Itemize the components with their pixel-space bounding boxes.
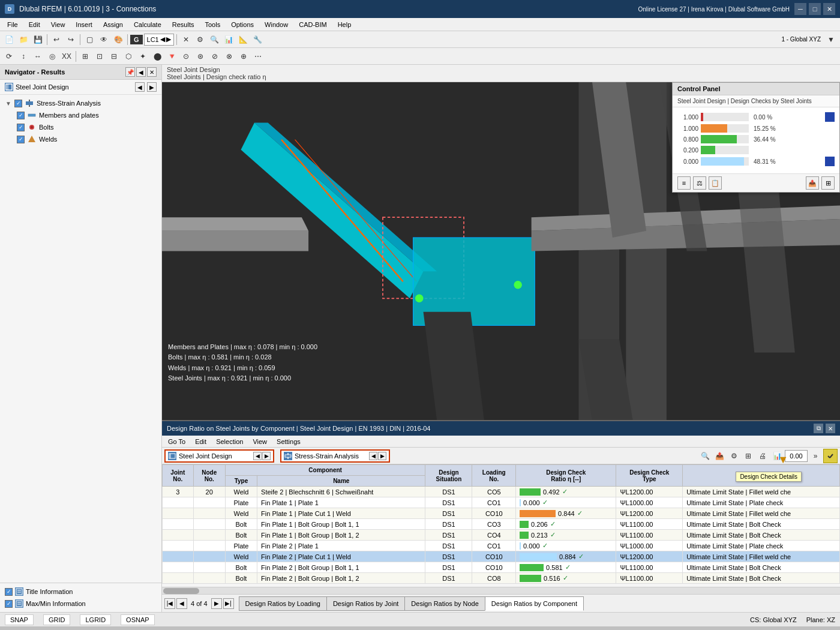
bp-design-check-btn[interactable] (823, 449, 838, 463)
tb2-btn2[interactable]: ↕ (17, 50, 30, 63)
tb2-btn5[interactable]: ⊞ (79, 50, 92, 63)
nav-maxmin-checkbox[interactable]: ✓ (5, 600, 13, 608)
tb2-btn13[interactable]: ⊛ (194, 50, 207, 63)
table-row[interactable]: 3 20 Weld Steife 2 | Blechschnitt 6 | Sc… (163, 487, 840, 497)
bp-tb-zoom[interactable]: ⊞ (742, 449, 755, 463)
tb2-btn16[interactable]: ⊕ (237, 50, 250, 63)
bp-dropdown-2[interactable]: Stress-Strain Analysis ◀ ▶ (280, 449, 390, 463)
tb2-btn11[interactable]: 🔻 (165, 50, 178, 63)
tb2-btn14[interactable]: ⊘ (208, 50, 221, 63)
menu-file[interactable]: File (2, 20, 23, 29)
nav-next-button[interactable]: ▶ (147, 82, 157, 92)
nav-prev-button[interactable]: ◀ (135, 82, 145, 92)
view-selector-down[interactable]: ▼ (824, 33, 838, 46)
tree-item-bolts[interactable]: ✓ Bolts (0, 121, 161, 133)
nav-title-info[interactable]: ✓ Title Information (5, 586, 157, 598)
bp-dd1-next[interactable]: ▶ (262, 452, 271, 460)
menu-insert[interactable]: Insert (71, 20, 97, 29)
bp-tb-export[interactable]: 📤 (713, 449, 726, 463)
tb-btn-x2[interactable]: ⚙ (194, 33, 207, 46)
tree-checkbox-welds[interactable]: ✓ (17, 136, 25, 143)
bp-tb-filter[interactable]: 🔍 (698, 449, 712, 463)
tb2-btn8[interactable]: ⬡ (122, 50, 135, 63)
status-osnap[interactable]: OSNAP (121, 614, 155, 625)
tb2-btn7[interactable]: ⊟ (107, 50, 121, 63)
bp-menu-edit[interactable]: Edit (191, 437, 210, 446)
horizontal-scrollbar[interactable] (162, 587, 840, 594)
status-snap[interactable]: SNAP (5, 614, 34, 625)
status-grid[interactable]: GRID (43, 614, 71, 625)
view-button[interactable]: 👁 (97, 33, 110, 46)
table-row[interactable]: Bolt Fin Plate 2 | Bolt Group | Bolt 1, … (163, 573, 840, 584)
bp-menu-goto[interactable]: Go To (164, 437, 189, 446)
nav-pin-button[interactable]: 📌 (125, 67, 135, 77)
cp-btn-1[interactable]: ≡ (677, 176, 691, 190)
bp-dd2-prev[interactable]: ◀ (369, 452, 377, 460)
menu-cadbim[interactable]: CAD-BIM (294, 20, 331, 29)
tb-btn-x3[interactable]: 🔍 (208, 33, 221, 46)
tb2-btn12[interactable]: ⊙ (179, 50, 193, 63)
tree-checkbox-members[interactable]: ✓ (17, 112, 25, 119)
tb2-xx[interactable]: XX (60, 50, 73, 63)
menu-edit[interactable]: Edit (24, 20, 45, 29)
bp-dd1-prev[interactable]: ◀ (253, 452, 262, 460)
minimize-button[interactable]: ─ (794, 3, 806, 15)
lc-arrow-next[interactable]: ▶ (166, 35, 171, 43)
bp-dropdown-1[interactable]: Steel Joint Design ◀ ▶ (164, 449, 274, 463)
maximize-button[interactable]: □ (809, 3, 821, 15)
bp-dd2-next[interactable]: ▶ (378, 452, 386, 460)
nav-collapse-button[interactable]: ◀ (136, 67, 146, 77)
tree-item-welds[interactable]: ✓ Welds (0, 133, 161, 145)
tb2-btn17[interactable]: ⋯ (251, 50, 265, 63)
menu-calculate[interactable]: Calculate (129, 20, 166, 29)
render-button[interactable]: 🎨 (112, 33, 125, 46)
lc-arrow-prev[interactable]: ◀ (160, 35, 165, 43)
undo-button[interactable]: ↩ (50, 33, 63, 46)
tb2-btn10[interactable]: ⬤ (151, 50, 164, 63)
tree-item-root[interactable]: ▼ ✓ Stress-Strain Analysis (0, 97, 161, 109)
tab-design-ratios-component[interactable]: Design Ratios by Component (485, 596, 584, 611)
table-row[interactable]: Weld Fin Plate 1 | Plate Cut 1 | Weld DS… (163, 508, 840, 519)
bp-tb-more[interactable]: » (809, 449, 822, 463)
tb2-btn4[interactable]: ◎ (46, 50, 59, 63)
view-selector[interactable]: 1 - Global XYZ (779, 36, 823, 43)
bp-restore-button[interactable]: ⧉ (814, 424, 823, 433)
menu-help[interactable]: Help (333, 20, 356, 29)
tb2-btn9[interactable]: ✦ (136, 50, 149, 63)
table-row[interactable]: Bolt Fin Plate 2 | Bolt Group | Bolt 1, … (163, 562, 840, 573)
tb2-btn1[interactable]: ⟳ (2, 50, 16, 63)
save-button[interactable]: 💾 (31, 33, 44, 46)
menu-results[interactable]: Results (167, 20, 199, 29)
menu-tools[interactable]: Tools (200, 20, 225, 29)
scroll-thumb[interactable] (163, 588, 199, 594)
tab-design-ratios-joint[interactable]: Design Ratios by Joint (326, 596, 404, 611)
bp-close-button[interactable]: ✕ (826, 424, 835, 433)
bp-menu-selection[interactable]: Selection (212, 437, 247, 446)
status-lgrid[interactable]: LGRID (80, 614, 111, 625)
table-row[interactable]: Weld Fin Plate 2 | Plate Cut 1 | Weld DS… (163, 551, 840, 562)
table-row[interactable]: Bolt Fin Plate 1 | Bolt Group | Bolt 1, … (163, 530, 840, 541)
pager-first[interactable]: |◀ (164, 598, 175, 609)
table-container[interactable]: JointNo. NodeNo. Component DesignSituati… (162, 464, 840, 587)
tab-design-ratios-loading[interactable]: Design Ratios by Loading (239, 596, 326, 611)
new-button[interactable]: 📄 (2, 33, 16, 46)
nav-maxmin-info[interactable]: ✓ Max/Min Information (5, 598, 157, 610)
menu-window[interactable]: Window (260, 20, 293, 29)
table-row[interactable]: Bolt Fin Plate 1 | Bolt Group | Bolt 1, … (163, 519, 840, 530)
select-button[interactable]: ▢ (83, 33, 96, 46)
cp-btn-3[interactable]: 📋 (709, 176, 722, 190)
nav-title-checkbox[interactable]: ✓ (5, 588, 13, 596)
menu-view[interactable]: View (46, 20, 70, 29)
close-button[interactable]: ✕ (823, 3, 835, 15)
cp-btn-export[interactable]: 📤 (806, 176, 819, 190)
tb-btn-x4[interactable]: 📊 (223, 33, 236, 46)
bp-tb-print[interactable]: 🖨 (756, 449, 769, 463)
tree-expand-root[interactable]: ▼ (5, 100, 12, 107)
lc-selector[interactable]: LC1 ◀ ▶ (144, 34, 174, 46)
pager-last[interactable]: ▶| (223, 598, 234, 609)
tb-btn-x5[interactable]: 📐 (237, 33, 250, 46)
3d-viewport[interactable]: Members and Plates | max η : 0.078 | min… (162, 82, 840, 420)
tree-checkbox-root[interactable]: ✓ (14, 100, 22, 107)
tb-btn-x6[interactable]: 🔧 (251, 33, 265, 46)
table-row[interactable]: Plate Fin Plate 2 | Plate 1 DS1 CO1 0.00… (163, 541, 840, 551)
